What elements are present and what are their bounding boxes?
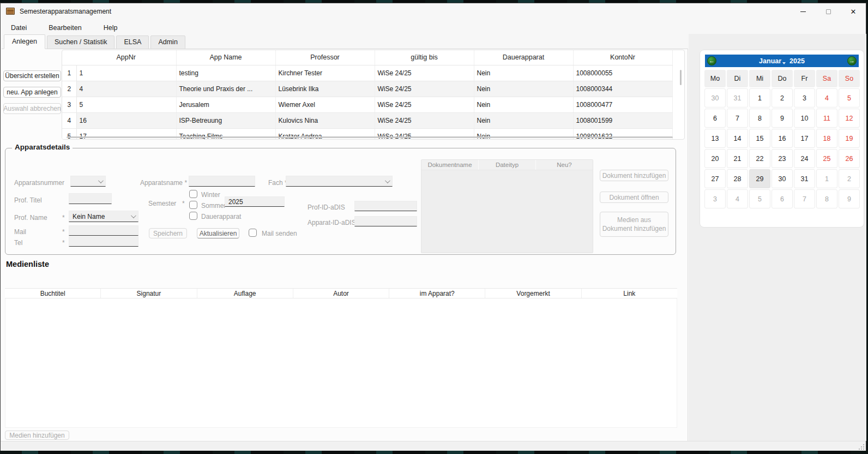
calendar-day[interactable]: 22 <box>749 149 770 168</box>
calendar-day[interactable]: 26 <box>839 149 860 168</box>
calendar-next-month-button[interactable]: → <box>847 56 857 65</box>
prof-name-select[interactable]: Kein Name <box>69 211 138 222</box>
column-header[interactable]: AppNr <box>76 50 176 65</box>
cell[interactable]: 1008000055 <box>573 65 672 81</box>
calendar-day[interactable]: 6 <box>771 189 793 208</box>
cell[interactable]: WiSe 24/25 <box>375 65 474 81</box>
calendar-day[interactable]: 30 <box>704 88 726 107</box>
calendar-day[interactable]: 1 <box>816 169 837 188</box>
cell[interactable]: 5 <box>76 97 176 112</box>
calendar-day[interactable]: 5 <box>839 88 860 107</box>
calendar-day[interactable]: 19 <box>839 129 860 148</box>
cell[interactable]: 1008000477 <box>573 97 672 112</box>
calendar-day[interactable]: 31 <box>794 169 815 188</box>
menu-item-bearbeiten[interactable]: Bearbeiten <box>41 22 88 34</box>
cell[interactable]: Jerusalem <box>176 97 275 112</box>
cell[interactable]: Nein <box>474 97 573 112</box>
table-row[interactable]: 35JerusalemWiemer AxelWiSe 24/25Nein1008… <box>62 97 672 112</box>
tab-suchen-statistik[interactable]: Suchen / Statistik <box>47 35 115 49</box>
horizontal-scrollbar[interactable] <box>67 136 673 138</box>
calendar-day[interactable]: 4 <box>727 189 748 208</box>
cell[interactable]: Theorie und Praxis der ... <box>176 81 275 97</box>
calendar-day[interactable]: 30 <box>771 169 793 188</box>
calendar-day[interactable]: 7 <box>794 189 815 208</box>
calendar-day[interactable]: 23 <box>771 149 793 168</box>
sommer-checkbox[interactable] <box>189 201 197 209</box>
column-header[interactable]: Link <box>582 289 677 298</box>
column-header[interactable]: Buchtitel <box>5 289 101 298</box>
calendar-day[interactable]: 10 <box>794 109 815 128</box>
calendar-day[interactable]: 3 <box>704 189 726 208</box>
mail-field[interactable] <box>69 225 138 236</box>
calendar-day[interactable]: 8 <box>816 189 837 208</box>
menu-item-help[interactable]: Help <box>97 22 125 34</box>
calendar-day[interactable]: 12 <box>839 109 860 128</box>
column-header[interactable]: Auflage <box>197 289 293 298</box>
cell[interactable]: Kulovics Nina <box>275 112 375 128</box>
tab-anlegen[interactable]: Anlegen <box>4 34 45 49</box>
cell[interactable]: Nein <box>474 112 573 128</box>
cell[interactable]: WiSe 24/25 <box>375 81 474 97</box>
calendar-day[interactable]: 9 <box>839 189 860 208</box>
cell[interactable]: Nein <box>474 65 573 81</box>
calendar-day[interactable]: 21 <box>727 149 748 168</box>
cell[interactable]: testing <box>176 65 275 81</box>
uebersicht-erstellen-button[interactable]: Übersicht erstellen <box>3 70 61 81</box>
column-header[interactable]: im Apparat? <box>389 289 485 298</box>
calendar-day[interactable]: 11 <box>816 109 837 128</box>
cell[interactable]: Lüsebrink Ilka <box>275 81 375 97</box>
column-header[interactable]: App Name <box>176 50 275 65</box>
apparatsnummer-select[interactable] <box>70 176 106 187</box>
calendar-day[interactable]: 2 <box>839 169 860 188</box>
menu-item-datei[interactable]: Datei <box>4 22 34 34</box>
calendar-day[interactable]: 25 <box>816 149 837 168</box>
cell[interactable]: Wiemer Axel <box>275 97 375 112</box>
minimize-button[interactable] <box>791 3 816 20</box>
year-field[interactable] <box>225 196 285 207</box>
calendar-day[interactable]: 8 <box>749 109 770 128</box>
apparatsname-field[interactable] <box>189 176 255 187</box>
apparat-id-adis-field[interactable] <box>354 216 417 226</box>
fach-select[interactable] <box>286 176 393 187</box>
calendar-day[interactable]: 7 <box>727 109 748 128</box>
cell[interactable]: 1008001599 <box>573 112 672 128</box>
calendar-day[interactable]: 3 <box>794 88 815 107</box>
calendar-day[interactable]: 31 <box>727 88 748 107</box>
table-row[interactable]: 11testingKirchner TesterWiSe 24/25Nein10… <box>62 65 672 81</box>
calendar-day[interactable]: 28 <box>727 169 748 188</box>
calendar-day[interactable]: 27 <box>704 169 726 188</box>
calendar-day[interactable]: 16 <box>771 129 793 148</box>
calendar-day[interactable]: 17 <box>794 129 815 148</box>
calendar-day[interactable]: 29 <box>749 169 770 188</box>
tab-elsa[interactable]: ELSA <box>116 35 149 49</box>
close-button[interactable]: ✕ <box>841 3 866 20</box>
cell[interactable]: Kirchner Tester <box>275 65 375 81</box>
calendar-day[interactable]: 4 <box>816 88 837 107</box>
calendar-day[interactable]: 15 <box>749 129 770 148</box>
prof-titel-field[interactable] <box>69 193 112 204</box>
calendar-day[interactable]: 9 <box>771 109 793 128</box>
cell[interactable]: 1 <box>76 65 176 81</box>
calendar-day[interactable]: 24 <box>794 149 815 168</box>
neue-app-anlegen-button[interactable]: neu. App anlegen <box>3 87 61 98</box>
calendar-day[interactable]: 20 <box>704 149 726 168</box>
cell[interactable]: WiSe 24/25 <box>375 112 474 128</box>
calendar-prev-month-button[interactable]: ← <box>707 56 716 65</box>
cell[interactable]: 16 <box>76 112 176 128</box>
column-header[interactable]: Professor <box>275 50 375 65</box>
mail-senden-checkbox[interactable] <box>249 229 257 237</box>
dauerapparat-checkbox[interactable] <box>189 212 197 220</box>
calendar-day[interactable]: 6 <box>704 109 726 128</box>
calendar-day[interactable]: 18 <box>816 129 837 148</box>
aktualisieren-button[interactable]: Aktualisieren <box>197 228 239 238</box>
cell[interactable]: Nein <box>474 81 573 97</box>
vertical-scrollbar[interactable] <box>680 70 682 85</box>
column-header[interactable]: Autor <box>293 289 389 298</box>
prof-id-adis-field[interactable] <box>354 201 417 211</box>
maximize-button[interactable] <box>816 3 841 20</box>
resize-grip-icon[interactable] <box>863 449 864 450</box>
winter-checkbox[interactable] <box>189 190 197 198</box>
cell[interactable]: 4 <box>76 81 176 97</box>
column-header[interactable]: Vorgemerkt <box>485 289 581 298</box>
column-header[interactable]: Dauerapparat <box>474 50 573 65</box>
